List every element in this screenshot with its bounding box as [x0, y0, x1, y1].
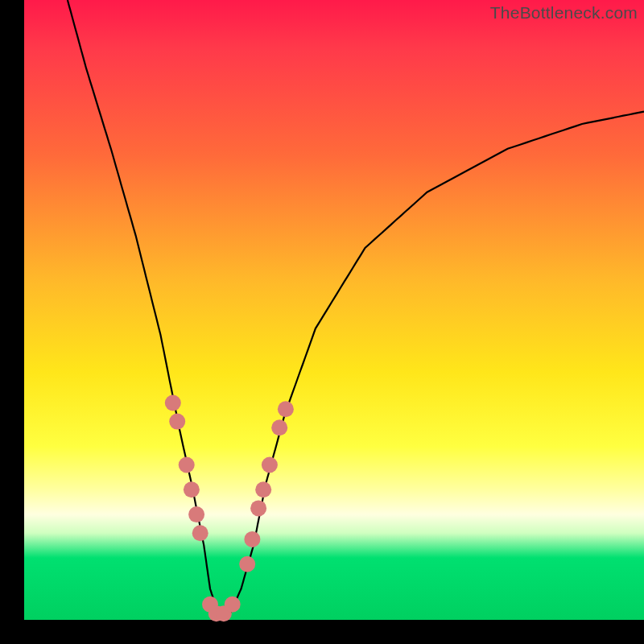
marker-dot: [271, 419, 287, 436]
marker-dot: [192, 525, 208, 541]
chart-svg: [24, 0, 644, 620]
marker-dot: [179, 457, 195, 473]
marker-dot: [255, 481, 271, 497]
marker-dot: [239, 556, 255, 572]
marker-dot: [262, 457, 278, 473]
bottleneck-curve: [68, 0, 644, 617]
marker-dot: [244, 531, 260, 547]
marker-dot: [165, 395, 181, 411]
highlight-dots: [165, 395, 294, 622]
marker-dot: [278, 401, 294, 417]
marker-dot: [169, 414, 185, 430]
marker-dot: [184, 481, 200, 497]
marker-dot: [225, 597, 241, 613]
marker-dot: [250, 500, 266, 516]
marker-dot: [188, 506, 204, 522]
chart-plot-area: TheBottleneck.com: [24, 0, 644, 620]
